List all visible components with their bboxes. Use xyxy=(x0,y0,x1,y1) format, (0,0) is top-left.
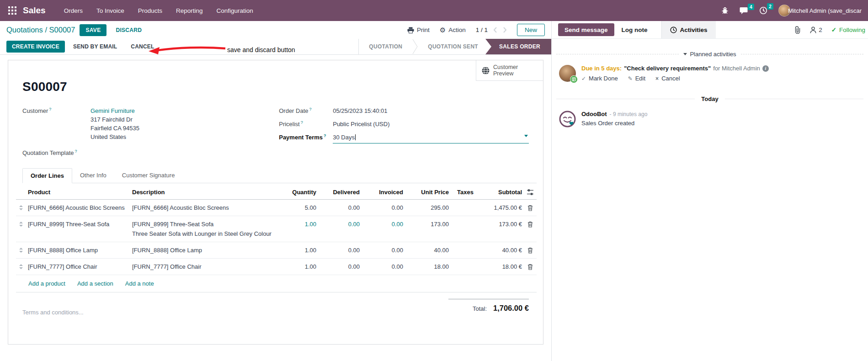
discard-button[interactable]: DISCARD xyxy=(110,24,147,36)
cell-description: [FURN_7777] Office Chair xyxy=(130,259,277,275)
app-title[interactable]: Sales xyxy=(23,5,46,16)
delete-row-icon[interactable] xyxy=(524,259,537,275)
info-icon[interactable]: i xyxy=(762,65,769,72)
drag-handle-icon[interactable] xyxy=(16,200,26,215)
cancel-activity-button[interactable]: × Cancel xyxy=(655,75,680,82)
table-header: Product Description Quantity Delivered I… xyxy=(16,185,537,200)
customer-link[interactable]: Gemini Furniture xyxy=(91,106,261,115)
cell-quantity: 1.00 xyxy=(277,242,318,258)
table-row[interactable]: [FURN_8999] Three-Seat Sofa [FURN_8999] … xyxy=(16,216,537,242)
status-quotation-sent[interactable]: QUOTATION SENT xyxy=(418,39,488,54)
message-timestamp: - 9 minutes ago xyxy=(610,111,648,117)
menu-configuration[interactable]: Configuration xyxy=(217,7,253,14)
save-button[interactable]: SAVE xyxy=(80,24,107,36)
order-date-field[interactable]: 05/25/2023 15:40:01 xyxy=(333,106,529,115)
status-quotation[interactable]: QUOTATION xyxy=(359,39,412,54)
pager-next-icon[interactable] xyxy=(503,27,507,33)
cell-unit-price: 173.00 xyxy=(405,216,451,232)
new-button[interactable]: New xyxy=(517,24,545,36)
apps-grid-icon[interactable] xyxy=(8,6,17,15)
send-message-button[interactable]: Send message xyxy=(558,23,614,36)
log-note-button[interactable]: Log note xyxy=(614,21,655,38)
tab-order-lines[interactable]: Order Lines xyxy=(22,168,72,183)
tab-other-info[interactable]: Other Info xyxy=(72,168,114,183)
optional-columns-icon[interactable] xyxy=(524,185,537,199)
activities-clock-icon[interactable]: 2 xyxy=(759,6,767,15)
col-subtotal[interactable]: Subtotal xyxy=(490,185,524,199)
customer-preview-button[interactable]: Customer Preview xyxy=(476,60,543,81)
quotation-template-field[interactable] xyxy=(91,149,261,156)
add-a-note-link[interactable]: Add a note xyxy=(125,280,154,287)
col-description[interactable]: Description xyxy=(130,185,277,199)
print-button[interactable]: Print xyxy=(407,27,430,33)
cell-quantity: 1.00 xyxy=(277,259,318,275)
record-title[interactable]: S00007 xyxy=(22,80,543,94)
today-divider: Today xyxy=(556,96,863,102)
pager-previous-icon[interactable] xyxy=(493,27,497,33)
address-line: 317 Fairchild Dr xyxy=(91,115,261,124)
attachment-paperclip-icon[interactable] xyxy=(794,26,801,34)
delete-row-icon[interactable] xyxy=(524,200,537,216)
table-row[interactable]: [FURN_8888] Office Lamp [FURN_8888] Offi… xyxy=(16,242,537,259)
action-button[interactable]: ⚙ Action xyxy=(440,26,466,34)
mark-done-button[interactable]: ✓ Mark Done xyxy=(581,75,618,82)
terms-placeholder[interactable]: Terms and conditions... xyxy=(22,309,84,316)
user-menu[interactable]: Mitchell Admin (save_discar xyxy=(778,5,862,16)
drag-handle-icon[interactable] xyxy=(16,242,26,257)
followers-button[interactable]: 2 xyxy=(810,27,822,33)
col-invoiced[interactable]: Invoiced xyxy=(362,185,405,199)
status-sales-order[interactable]: SALES ORDER xyxy=(485,39,551,54)
add-a-section-link[interactable]: Add a section xyxy=(77,280,113,287)
menu-orders[interactable]: Orders xyxy=(64,7,83,14)
annotation-arrow xyxy=(149,46,227,55)
cell-unit-price: 18.00 xyxy=(405,259,451,275)
menu-reporting[interactable]: Reporting xyxy=(176,7,203,14)
activities-button[interactable]: Activities xyxy=(662,21,716,38)
drag-handle-icon[interactable] xyxy=(16,259,26,274)
payment-terms-input[interactable]: 30 Days xyxy=(333,133,529,143)
quotation-template-label: Quotation Template? xyxy=(22,149,91,156)
col-taxes[interactable]: Taxes xyxy=(451,185,490,199)
add-a-product-link[interactable]: Add a product xyxy=(28,280,65,287)
total-value: 1,706.00 € xyxy=(493,304,529,313)
drag-handle-icon[interactable] xyxy=(16,216,26,231)
col-quantity[interactable]: Quantity xyxy=(277,185,318,199)
menu-products[interactable]: Products xyxy=(138,7,162,14)
edit-activity-button[interactable]: ✎ Edit xyxy=(628,75,645,82)
col-product[interactable]: Product xyxy=(26,185,130,199)
table-footer-links: Add a product Add a section Add a note xyxy=(16,275,537,292)
tab-customer-signature[interactable]: Customer Signature xyxy=(114,168,183,183)
notebook-tabs: Order Lines Other Info Customer Signatur… xyxy=(22,168,537,183)
breadcrumb[interactable]: Quotations / S00007 xyxy=(6,26,75,34)
table-row[interactable]: [FURN_7777] Office Chair [FURN_7777] Off… xyxy=(16,259,537,275)
col-unit-price[interactable]: Unit Price xyxy=(405,185,451,199)
total-label: Total: xyxy=(473,305,487,312)
gear-icon: ⚙ xyxy=(440,26,446,34)
messages-icon[interactable]: 4 xyxy=(740,7,748,15)
pager-value: 1 / 1 xyxy=(476,27,488,33)
message-body: Sales Order created xyxy=(581,120,647,127)
menu-to-invoice[interactable]: To Invoice xyxy=(96,7,124,14)
cell-delivered: 0.00 xyxy=(318,259,362,275)
status-chevron-icon xyxy=(412,39,418,54)
col-delivered[interactable]: Delivered xyxy=(318,185,362,199)
debug-bug-icon[interactable] xyxy=(721,7,729,14)
cell-quantity: 5.00 xyxy=(277,200,318,216)
text-cursor xyxy=(355,134,356,140)
cell-invoiced: 0.00 xyxy=(362,242,405,258)
check-icon: ✓ xyxy=(831,26,836,33)
following-button[interactable]: ✓ Following xyxy=(831,26,865,33)
order-total: Total: 1,706.00 € xyxy=(448,299,529,313)
x-icon: × xyxy=(655,75,659,82)
clock-icon xyxy=(670,27,677,33)
delete-row-icon[interactable] xyxy=(524,216,537,232)
main-menu: Orders To Invoice Products Reporting Con… xyxy=(64,7,253,14)
message-author[interactable]: OdooBot xyxy=(581,111,607,117)
create-invoice-button[interactable]: CREATE INVOICE xyxy=(6,41,65,53)
table-row[interactable]: [FURN_6666] Acoustic Bloc Screens [FURN_… xyxy=(16,200,537,216)
chevron-down-icon[interactable] xyxy=(524,135,528,137)
delete-row-icon[interactable] xyxy=(524,242,537,258)
planned-activities-header[interactable]: Planned activities xyxy=(556,51,863,58)
send-by-email-button[interactable]: SEND BY EMAIL xyxy=(68,41,122,53)
pricelist-field[interactable]: Public Pricelist (USD) xyxy=(333,120,529,128)
